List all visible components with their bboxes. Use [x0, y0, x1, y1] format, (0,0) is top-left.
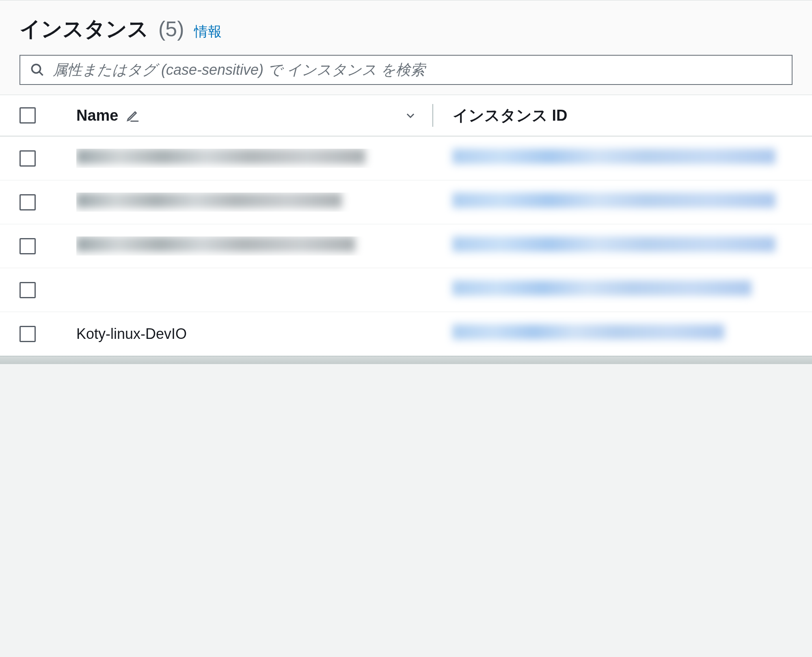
table-row[interactable]	[0, 268, 812, 312]
table-row[interactable]	[0, 180, 812, 224]
cell-instance-id[interactable]	[433, 193, 793, 212]
redacted-text	[452, 193, 775, 208]
select-all-checkbox[interactable]	[19, 107, 36, 124]
row-checkbox[interactable]	[19, 282, 36, 298]
redacted-text	[76, 149, 365, 164]
instances-table: Name インスタンス ID	[0, 95, 812, 356]
header-id-cell[interactable]: インスタンス ID	[433, 105, 793, 126]
redacted-text	[76, 193, 342, 208]
cell-instance-id[interactable]	[433, 149, 793, 168]
cell-instance-id[interactable]	[433, 280, 793, 299]
pencil-edit-icon[interactable]	[126, 108, 140, 122]
row-checkbox[interactable]	[19, 150, 36, 167]
panel-footer-bar	[0, 356, 812, 364]
redacted-text	[452, 149, 775, 164]
table-row[interactable]	[0, 137, 812, 180]
header-checkbox-cell	[19, 107, 76, 124]
table-header-row: Name インスタンス ID	[0, 95, 812, 137]
cell-instance-id[interactable]	[433, 236, 793, 256]
row-checkbox[interactable]	[19, 194, 36, 210]
table-row[interactable]: Koty-linux-DevIO	[0, 312, 812, 356]
cell-name	[76, 193, 433, 212]
column-name-label: Name	[76, 107, 119, 124]
instances-panel: インスタンス (5) 情報 Name	[0, 0, 812, 364]
search-input[interactable]	[53, 61, 782, 78]
cell-name: Koty-linux-DevIO	[76, 325, 433, 343]
row-checkbox[interactable]	[19, 326, 36, 342]
search-row	[0, 55, 812, 95]
table-row[interactable]	[0, 224, 812, 268]
cell-instance-id[interactable]	[433, 324, 793, 343]
instance-count: (5)	[158, 17, 184, 41]
cell-name	[76, 149, 433, 168]
panel-title: インスタンス	[19, 15, 149, 43]
redacted-text	[452, 236, 775, 252]
column-id-label: インスタンス ID	[453, 107, 568, 124]
panel-header: インスタンス (5) 情報	[0, 0, 812, 55]
header-name-cell[interactable]: Name	[76, 107, 432, 124]
redacted-text	[76, 236, 355, 252]
redacted-text	[452, 324, 724, 340]
search-box[interactable]	[19, 55, 793, 85]
info-link[interactable]: 情報	[194, 22, 222, 41]
svg-point-0	[32, 65, 41, 73]
svg-line-1	[39, 72, 43, 76]
search-icon	[30, 63, 45, 77]
sort-dropdown-icon[interactable]	[405, 110, 416, 121]
cell-name	[76, 236, 433, 256]
row-checkbox[interactable]	[19, 238, 36, 254]
redacted-text	[452, 280, 752, 296]
